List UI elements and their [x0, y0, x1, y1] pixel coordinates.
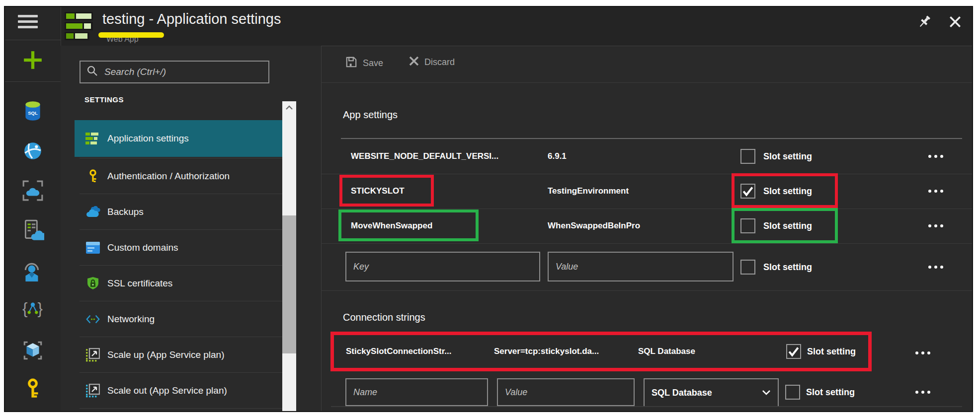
annotation-red-box-slot	[732, 173, 838, 208]
sql-databases-icon[interactable]: SQL	[5, 99, 61, 122]
sidebar-item-application-settings[interactable]: Application settings	[75, 120, 288, 157]
application-settings-blade: Save Discard App settings WEBSITE_NODE_D…	[321, 46, 972, 411]
sidebar-item-label: Backups	[107, 207, 144, 217]
sidebar-item-label: SSL certificates	[107, 278, 172, 289]
connection-value: Server=tcp:stickyslot.da...	[494, 347, 599, 356]
new-connection-string-row: SQL Database Slot setting	[321, 374, 972, 410]
search-icon	[86, 65, 98, 79]
slot-setting-label: Slot setting	[806, 387, 855, 398]
svg-text:{: {	[22, 300, 27, 317]
sidebar-item-authentication[interactable]: Authentication / Authorization	[80, 158, 288, 194]
functions-icon[interactable]: { }	[5, 297, 61, 320]
new-app-setting-row: Slot setting	[321, 243, 972, 291]
search-box[interactable]	[80, 61, 269, 83]
app-settings-heading: App settings	[343, 109, 398, 121]
setting-key: WEBSITE_NODE_DEFAULT_VERSI...	[351, 151, 498, 161]
new-name-input[interactable]	[345, 378, 488, 406]
new-conn-value-input[interactable]	[497, 378, 635, 406]
resource-groups-icon[interactable]	[5, 179, 61, 202]
svg-text:SQL: SQL	[28, 110, 38, 116]
row-menu-icon[interactable]	[928, 266, 943, 269]
row-menu-icon[interactable]	[928, 155, 943, 158]
annotation-green-box-key	[338, 209, 479, 241]
setting-value: TestingEnvironment	[548, 186, 629, 196]
chevron-down-icon	[762, 390, 771, 396]
slot-setting-label: Slot setting	[807, 347, 856, 357]
pin-icon[interactable]	[917, 15, 932, 33]
sidebar-item-label: Scale up (App Service plan)	[107, 349, 225, 360]
discard-x-icon	[408, 56, 419, 69]
custom-domains-icon	[85, 242, 100, 254]
connection-name: StickySlotConnectionStr...	[346, 347, 452, 356]
slot-setting-checkbox[interactable]	[740, 149, 755, 164]
sidebar-scrollbar[interactable]	[282, 101, 296, 411]
page-title: testing - Application settings	[102, 11, 281, 27]
row-menu-icon[interactable]	[928, 190, 943, 193]
azure-portal-screenshot: testing - Application settings Web App	[0, 0, 980, 417]
svg-text:}: }	[37, 300, 42, 317]
slot-setting-checkbox[interactable]	[740, 260, 755, 275]
setting-value: WhenSwappedBeInPro	[548, 221, 640, 231]
row-menu-icon[interactable]	[928, 224, 943, 227]
networking-icon	[85, 314, 100, 325]
sidebar-item-label: Networking	[107, 314, 155, 325]
scale-up-icon	[85, 348, 100, 362]
portal-window: testing - Application settings Web App	[4, 6, 973, 412]
slot-setting-label: Slot setting	[763, 151, 812, 162]
sidebar-item-label: Custom domains	[107, 242, 178, 253]
title-bar: testing - Application settings Web App	[61, 7, 972, 46]
sidebar-item-scale-out[interactable]: Scale out (App Service plan)	[80, 372, 288, 408]
setting-value: 6.9.1	[548, 151, 567, 161]
scrollbar-up-icon[interactable]	[282, 101, 296, 114]
new-value-input[interactable]	[548, 252, 734, 281]
scrollbar-thumb[interactable]	[282, 215, 296, 353]
slot-setting-checkbox[interactable]	[785, 385, 800, 400]
application-settings-icon	[85, 132, 100, 145]
annotation-red-box-key	[339, 175, 434, 207]
app-setting-row: WEBSITE_NODE_DEFAULT_VERSI... 6.9.1 Slot…	[321, 139, 972, 174]
sidebar-item-backups[interactable]: Backups	[80, 194, 288, 229]
keys-icon[interactable]	[5, 378, 61, 401]
annotation-green-box-slot	[732, 208, 838, 243]
connection-type-selected: SQL Database	[652, 388, 712, 398]
backups-cloud-icon	[85, 206, 100, 218]
close-icon[interactable]	[948, 15, 962, 31]
yellow-highlight-annotation	[98, 32, 164, 38]
app-setting-row: STICKYSLOT TestingEnvironment Slot setti…	[321, 174, 972, 209]
discard-button[interactable]: Discard	[408, 56, 455, 69]
sidebar-item-scale-up[interactable]: Scale up (App Service plan)	[80, 337, 288, 372]
scale-out-icon	[85, 384, 100, 398]
blade-sidebar: SETTINGS Application settings Authentica…	[61, 46, 322, 411]
save-icon	[345, 56, 358, 71]
support-person-icon[interactable]	[5, 260, 61, 282]
sidebar-item-label: Authentication / Authorization	[107, 171, 230, 182]
slot-setting-label: Slot setting	[763, 262, 812, 272]
row-menu-icon[interactable]	[915, 351, 930, 354]
left-icon-rail: SQL	[5, 7, 61, 411]
settings-section-header: SETTINGS	[84, 95, 124, 104]
virtual-machines-icon[interactable]	[5, 339, 61, 362]
new-resource-icon[interactable]	[5, 50, 61, 70]
new-key-input[interactable]	[345, 252, 540, 281]
app-setting-row: MoveWhenSwapped WhenSwappedBeInPro Slot …	[321, 208, 972, 244]
web-app-settings-icon	[65, 12, 94, 43]
annotation-red-box-connection-row: StickySlotConnectionStr... Server=tcp:st…	[330, 332, 872, 371]
connection-type: SQL Database	[638, 347, 695, 356]
sidebar-item-custom-domains[interactable]: Custom domains	[80, 229, 288, 265]
sidebar-item-ssl-certificates[interactable]: SSL certificates	[80, 265, 288, 301]
slot-setting-checkbox[interactable]	[786, 344, 801, 359]
sidebar-item-label: Scale out (App Service plan)	[107, 385, 227, 396]
app-services-icon[interactable]	[5, 219, 61, 242]
save-button[interactable]: Save	[345, 56, 383, 71]
section-divider	[331, 406, 962, 407]
hamburger-menu-icon[interactable]	[18, 15, 40, 32]
ssl-shield-icon	[85, 277, 100, 290]
app-service-globe-icon[interactable]	[5, 140, 61, 161]
search-input[interactable]	[103, 66, 254, 78]
connection-strings-heading: Connection strings	[343, 312, 425, 323]
connection-type-select[interactable]: SQL Database	[644, 378, 779, 407]
sidebar-item-networking[interactable]: Networking	[80, 301, 288, 337]
sidebar-item-label: Application settings	[107, 133, 189, 144]
row-menu-icon[interactable]	[915, 391, 930, 394]
auth-key-icon	[85, 169, 100, 183]
